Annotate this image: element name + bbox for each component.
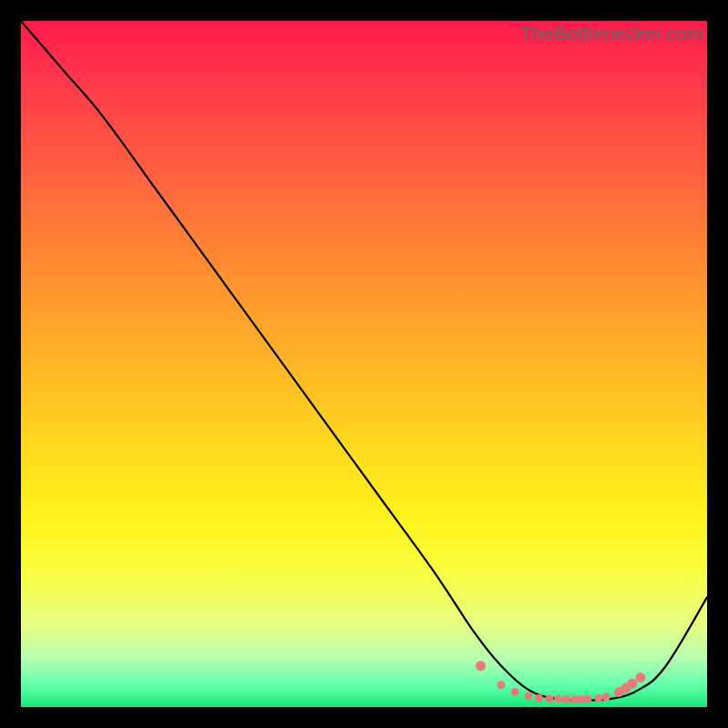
gradient-background [21, 21, 707, 707]
chart-frame: TheBottlenecker.com [21, 21, 707, 707]
